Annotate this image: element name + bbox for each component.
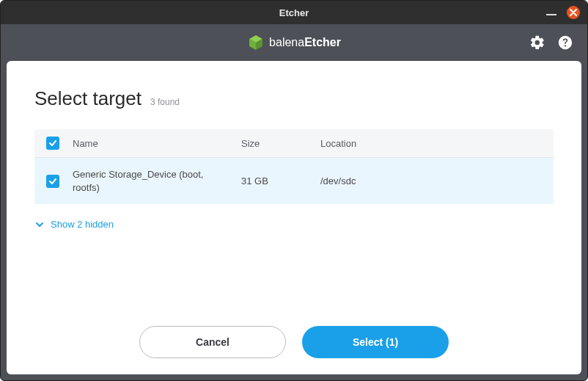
row-location: /dev/sdc bbox=[315, 158, 554, 205]
help-icon bbox=[557, 35, 573, 51]
settings-button[interactable] bbox=[529, 34, 546, 51]
heading-row: Select target 3 found bbox=[34, 87, 554, 110]
content: Select target 3 found Name Size Location bbox=[7, 61, 581, 374]
select-all-checkbox[interactable] bbox=[46, 137, 59, 150]
toolbar-right bbox=[529, 24, 574, 61]
titlebar: Etcher bbox=[1, 1, 587, 24]
col-size: Size bbox=[235, 129, 315, 158]
check-icon bbox=[48, 177, 57, 186]
col-name: Name bbox=[67, 129, 235, 158]
toolbar: balenaEtcher bbox=[1, 24, 587, 61]
show-hidden-toggle[interactable]: Show 2 hidden bbox=[34, 219, 554, 230]
row-checkbox[interactable] bbox=[46, 175, 59, 188]
targets-table: Name Size Location Generic Storage_Devic… bbox=[34, 129, 554, 204]
gear-icon bbox=[529, 35, 545, 51]
select-button[interactable]: Select (1) bbox=[302, 326, 449, 358]
check-icon bbox=[48, 139, 57, 148]
titlebar-controls bbox=[546, 1, 580, 24]
help-button[interactable] bbox=[556, 34, 574, 51]
page-title: Select target bbox=[34, 87, 142, 110]
close-button[interactable] bbox=[567, 6, 580, 19]
cancel-button[interactable]: Cancel bbox=[139, 326, 286, 358]
minimize-button[interactable] bbox=[546, 14, 556, 15]
window: Etcher balenaEtcher Se bbox=[0, 0, 588, 381]
select-all-cell bbox=[34, 129, 67, 158]
footer: Cancel Select (1) bbox=[7, 326, 581, 358]
chevron-down-icon bbox=[34, 219, 45, 230]
col-location: Location bbox=[315, 129, 554, 158]
balena-cube-icon bbox=[247, 34, 265, 51]
show-hidden-label: Show 2 hidden bbox=[51, 219, 114, 230]
row-checkbox-cell bbox=[34, 158, 67, 205]
row-name: Generic Storage_Device (boot, rootfs) bbox=[67, 158, 235, 205]
table-row[interactable]: Generic Storage_Device (boot, rootfs) 31… bbox=[34, 158, 554, 205]
found-count: 3 found bbox=[150, 97, 180, 107]
row-size: 31 GB bbox=[235, 158, 315, 205]
window-title: Etcher bbox=[279, 7, 309, 18]
table-header-row: Name Size Location bbox=[34, 129, 554, 158]
app-logo: balenaEtcher bbox=[247, 34, 341, 51]
logo-text: balenaEtcher bbox=[269, 36, 341, 49]
